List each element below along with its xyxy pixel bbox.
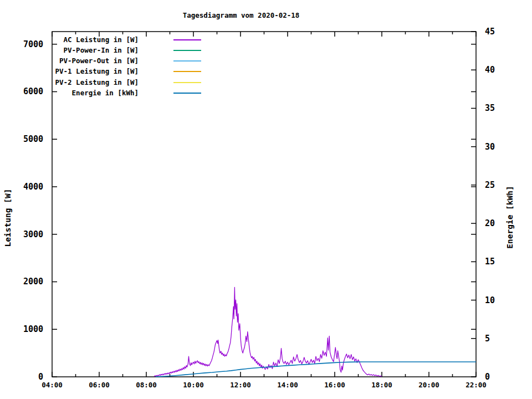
- y-tick-label: 5000: [23, 134, 43, 144]
- legend-label: AC Leistung in [W]: [33, 35, 139, 44]
- y2-tick-label: 10: [485, 295, 495, 305]
- x-tick-label: 14:00: [277, 381, 298, 389]
- x-tick-label: 18:00: [371, 381, 392, 389]
- y2-tick-label: 0: [485, 372, 490, 382]
- x-tick-label: 04:00: [42, 381, 63, 389]
- legend-swatch-line: [173, 60, 201, 62]
- legend-label: PV-Power-In in [W]: [33, 46, 139, 55]
- x-tick-label: 06:00: [89, 381, 110, 389]
- y2-tick-label: 20: [485, 218, 495, 228]
- x-tick-label: 12:00: [230, 381, 251, 389]
- legend-label: PV-Power-Out in [W]: [33, 57, 139, 65]
- series-line-ac: [154, 287, 382, 376]
- y2-tick-label: 5: [485, 334, 490, 344]
- y-tick-label: 3000: [23, 229, 43, 239]
- legend-label: Energie in [kWh]: [33, 89, 139, 98]
- legend-label: PV-1 Leistung in [W]: [33, 67, 139, 76]
- x-tick-label: 16:00: [324, 381, 345, 389]
- y2-tick-label: 30: [485, 142, 495, 152]
- legend-swatch-line: [173, 50, 201, 51]
- tagesdiagramm-chart: Tagesdiagramm vom 2020-02-18 Leistung [W…: [0, 0, 532, 399]
- y-tick-label: 4000: [23, 182, 43, 192]
- x-tick-label: 08:00: [136, 381, 157, 389]
- x-tick-label: 22:00: [466, 381, 487, 389]
- legend-swatch-line: [173, 93, 201, 94]
- legend-swatch-line: [173, 82, 201, 83]
- y2-tick-label: 35: [485, 103, 495, 113]
- y-tick-label: 2000: [23, 277, 43, 287]
- y2-tick-label: 45: [485, 27, 495, 37]
- legend-label: PV-2 Leistung in [W]: [33, 78, 139, 87]
- y2-tick-label: 25: [485, 180, 495, 190]
- y2-tick-label: 15: [485, 257, 495, 267]
- x-tick-label: 20:00: [418, 381, 439, 389]
- legend-swatch-line: [173, 39, 201, 40]
- x-tick-label: 10:00: [183, 381, 204, 389]
- y2-tick-label: 40: [485, 65, 495, 75]
- y-tick-label: 1000: [23, 324, 43, 334]
- legend-swatch-line: [173, 71, 201, 72]
- y-tick-label: 0: [38, 372, 43, 382]
